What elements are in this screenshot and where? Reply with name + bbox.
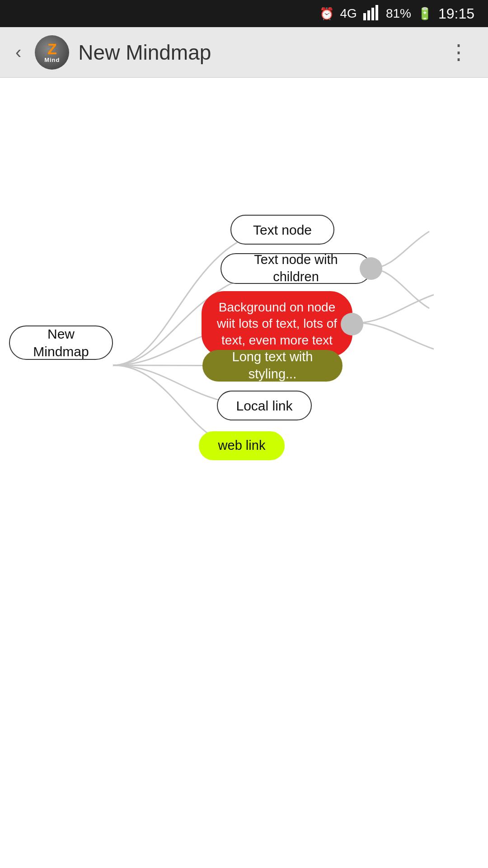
local-link-node[interactable]: Local link <box>217 391 312 420</box>
web-link-node-label: web link <box>206 431 277 461</box>
connector-lines <box>0 78 488 868</box>
root-node[interactable]: New Mindmap <box>9 326 113 360</box>
svg-rect-3 <box>375 5 378 20</box>
time-display: 19:15 <box>438 5 474 22</box>
app-logo: Z Mind <box>35 35 69 70</box>
collapse-handle-red[interactable] <box>341 313 363 335</box>
svg-rect-2 <box>371 8 374 20</box>
logo-z: Z <box>47 41 57 57</box>
back-button[interactable]: ‹ <box>11 38 26 67</box>
alarm-icon: ⏰ <box>319 7 334 21</box>
mindmap-canvas[interactable]: New Mindmap Text node Text node with chi… <box>0 78 488 868</box>
root-node-label: New Mindmap <box>10 319 112 367</box>
app-bar: ‹ Z Mind New Mindmap ⋮ <box>0 27 488 78</box>
network-type: 4G <box>340 6 357 21</box>
battery-percent: 81% <box>386 6 411 21</box>
text-node-children-label: Text node with children <box>221 245 371 292</box>
status-icons: ⏰ 4G 81% 🔋 19:15 <box>319 4 474 24</box>
text-node-children[interactable]: Text node with children <box>221 253 371 284</box>
svg-rect-0 <box>363 13 366 20</box>
text-node-label: Text node <box>241 215 324 245</box>
svg-rect-1 <box>367 10 370 20</box>
long-text-node[interactable]: Long text with styling... <box>202 350 343 382</box>
web-link-node[interactable]: web link <box>199 431 285 460</box>
battery-icon: 🔋 <box>418 7 432 21</box>
logo-mind: Mind <box>44 57 60 63</box>
long-text-node-label: Long text with styling... <box>203 342 342 389</box>
text-node[interactable]: Text node <box>230 215 334 245</box>
collapse-handle-children[interactable] <box>360 257 382 280</box>
app-bar-title: New Mindmap <box>78 40 432 65</box>
local-link-node-label: Local link <box>224 391 304 421</box>
signal-icon <box>363 4 380 24</box>
overflow-menu-button[interactable]: ⋮ <box>441 42 477 63</box>
status-bar: ⏰ 4G 81% 🔋 19:15 <box>0 0 488 27</box>
